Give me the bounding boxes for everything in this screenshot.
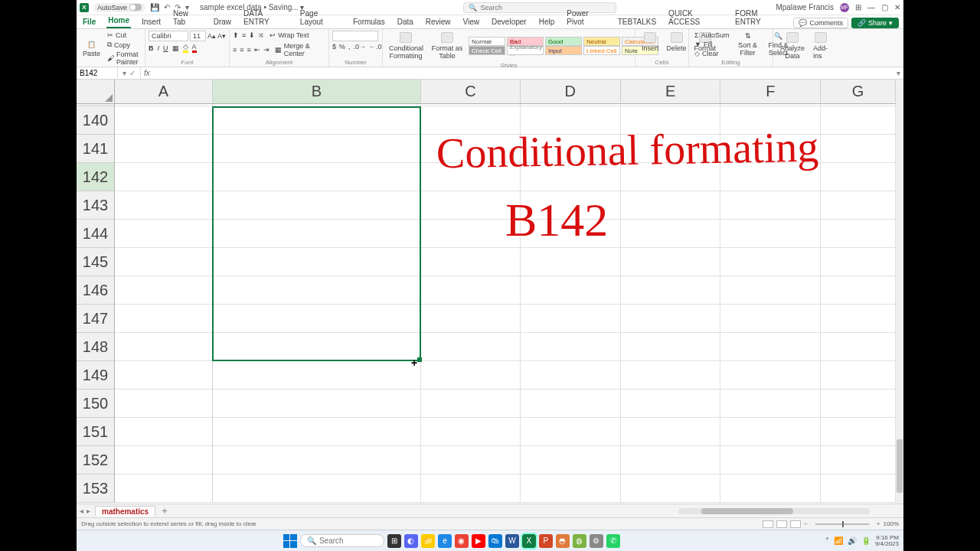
cell-C141[interactable]	[421, 135, 521, 163]
cell-D145[interactable]	[521, 248, 621, 276]
cell-C151[interactable]	[421, 418, 521, 446]
align-right-icon[interactable]: ≡	[247, 46, 251, 54]
cell-E150[interactable]	[621, 390, 721, 418]
style-linkedcell[interactable]: Linked Cell	[583, 46, 620, 55]
cell-F149[interactable]	[720, 361, 821, 390]
tab-file[interactable]: File	[81, 16, 97, 28]
horizontal-scrollbar[interactable]	[678, 508, 870, 514]
dec-decimal-icon[interactable]: ←.0	[369, 43, 382, 51]
tab-home[interactable]: Home	[106, 15, 131, 28]
discord-icon[interactable]: ◐	[404, 534, 418, 548]
spreadsheet-grid[interactable]: ABCDEFG 13914014114214314414514614714814…	[77, 80, 903, 504]
cell-A141[interactable]	[115, 135, 213, 163]
tray-chevron-icon[interactable]: ˄	[825, 536, 829, 545]
tab-review[interactable]: Review	[424, 16, 452, 28]
cell-B143[interactable]	[213, 191, 421, 220]
cell-C150[interactable]	[421, 390, 521, 418]
enter-formula-icon[interactable]: ✓	[129, 69, 136, 77]
font-color-button[interactable]: A	[192, 43, 197, 53]
cell-C144[interactable]	[421, 220, 521, 248]
cell-F143[interactable]	[720, 191, 821, 220]
row-header-149[interactable]: 149	[77, 361, 115, 390]
cell-A140[interactable]	[115, 106, 213, 135]
app2-icon[interactable]: ◍	[573, 534, 586, 548]
cell-E147[interactable]	[621, 305, 721, 333]
decrease-font-icon[interactable]: A▾	[217, 32, 226, 40]
cell-A143[interactable]	[115, 191, 213, 220]
row-header-145[interactable]: 145	[77, 248, 115, 276]
system-tray[interactable]: ˄ 📶 🔊 🔋 9:16 PM 9/4/2023	[825, 535, 899, 547]
column-header-D[interactable]: D	[521, 80, 621, 104]
cell-D149[interactable]	[521, 361, 621, 390]
cell-E145[interactable]	[621, 248, 721, 276]
cell-A153[interactable]	[115, 474, 213, 503]
cell-G151[interactable]	[821, 418, 896, 446]
vertical-scrollbar[interactable]	[896, 80, 903, 504]
comments-button[interactable]: 💬 Comments	[793, 18, 848, 28]
cell-D141[interactable]	[521, 135, 621, 163]
align-center-icon[interactable]: ≡	[240, 46, 243, 54]
tab-formentry[interactable]: FORM ENTRY	[733, 8, 784, 28]
cell-F152[interactable]	[720, 446, 821, 474]
settings-icon[interactable]: ⚙	[590, 534, 603, 548]
cell-A148[interactable]	[115, 333, 213, 361]
cell-C147[interactable]	[421, 305, 521, 333]
cell-E141[interactable]	[621, 135, 721, 163]
bold-button[interactable]: B	[149, 44, 154, 52]
border-button[interactable]: ▦	[172, 44, 179, 52]
task-view-icon[interactable]: ⊞	[387, 534, 401, 548]
cell-G144[interactable]	[821, 220, 896, 248]
cell-G146[interactable]	[821, 276, 896, 305]
fx-icon[interactable]: fx	[141, 69, 153, 77]
youtube-icon[interactable]: ▶	[472, 534, 485, 548]
cell-F153[interactable]	[720, 474, 821, 503]
column-header-E[interactable]: E	[621, 80, 721, 104]
cell-D152[interactable]	[521, 446, 621, 474]
row-header-143[interactable]: 143	[77, 191, 115, 220]
cell-G145[interactable]	[821, 248, 896, 276]
formula-expand-icon[interactable]: ▾	[893, 69, 903, 77]
delete-cells-button[interactable]: Delete	[664, 31, 690, 54]
cell-A146[interactable]	[115, 276, 213, 305]
cell-A152[interactable]	[115, 446, 213, 474]
zoom-slider[interactable]	[815, 523, 869, 525]
align-bottom-icon[interactable]: ⬇	[249, 31, 255, 39]
cell-E148[interactable]	[621, 333, 721, 361]
cell-B148[interactable]	[213, 333, 421, 361]
cell-C148[interactable]	[421, 333, 521, 361]
cell-A142[interactable]	[115, 163, 213, 191]
minimize-icon[interactable]: —	[867, 3, 875, 11]
tab-formulas[interactable]: Formulas	[351, 16, 387, 28]
zoom-value[interactable]: 100%	[884, 520, 899, 527]
cell-F148[interactable]	[720, 333, 821, 361]
fill-color-button[interactable]: ◇	[183, 43, 188, 53]
row-header-148[interactable]: 148	[77, 333, 115, 361]
cell-F146[interactable]	[720, 276, 821, 305]
cell-F144[interactable]	[720, 220, 821, 248]
cell-C146[interactable]	[421, 276, 521, 305]
addins-button[interactable]: Add-ins	[810, 31, 831, 61]
word-icon[interactable]: W	[505, 534, 519, 548]
row-header-147[interactable]: 147	[77, 305, 115, 333]
cell-B152[interactable]	[213, 446, 421, 474]
row-header-151[interactable]: 151	[77, 418, 115, 446]
cell-E151[interactable]	[621, 418, 721, 446]
cell-B145[interactable]	[213, 248, 421, 276]
cell-B150[interactable]	[213, 390, 421, 418]
cell-B141[interactable]	[213, 135, 421, 163]
select-all-corner[interactable]	[77, 80, 115, 104]
view-pagebreak-icon[interactable]	[790, 520, 801, 528]
cell-G153[interactable]	[821, 474, 896, 503]
column-header-G[interactable]: G	[821, 80, 896, 104]
font-size-combo[interactable]: 11	[190, 31, 206, 41]
indent-dec-icon[interactable]: ⇤	[254, 46, 260, 54]
cell-C152[interactable]	[421, 446, 521, 474]
style-explanatory[interactable]: Explanatory ...	[507, 46, 544, 55]
style-input[interactable]: Input	[545, 46, 582, 55]
cell-G150[interactable]	[821, 390, 896, 418]
user-avatar[interactable]: MF	[840, 3, 849, 12]
toggle-switch-icon[interactable]	[129, 4, 142, 11]
cell-C140[interactable]	[421, 106, 521, 135]
coming-soon-icon[interactable]: ⊞	[855, 3, 861, 11]
align-middle-icon[interactable]: ≡	[242, 31, 246, 39]
